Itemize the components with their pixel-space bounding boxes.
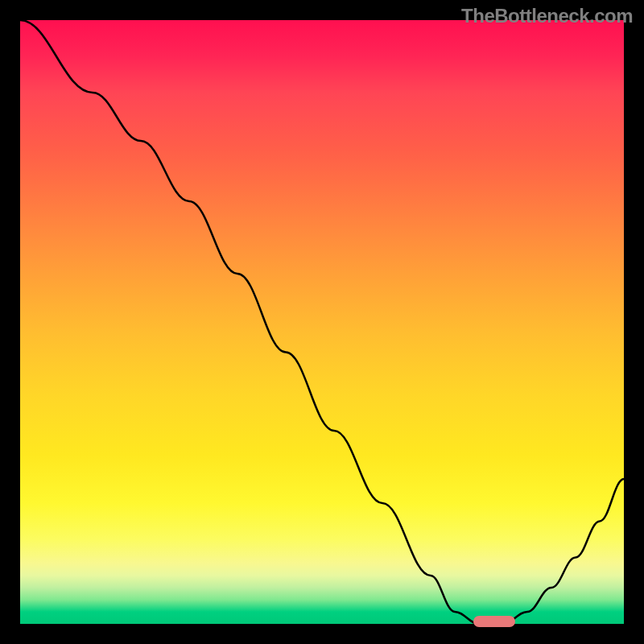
optimum-marker <box>473 616 516 627</box>
curve-overlay <box>20 20 624 624</box>
watermark-text: TheBottleneck.com <box>461 5 633 27</box>
bottleneck-chart: TheBottleneck.com <box>0 0 644 644</box>
plot-area <box>20 20 624 624</box>
bottleneck-curve <box>20 20 624 624</box>
